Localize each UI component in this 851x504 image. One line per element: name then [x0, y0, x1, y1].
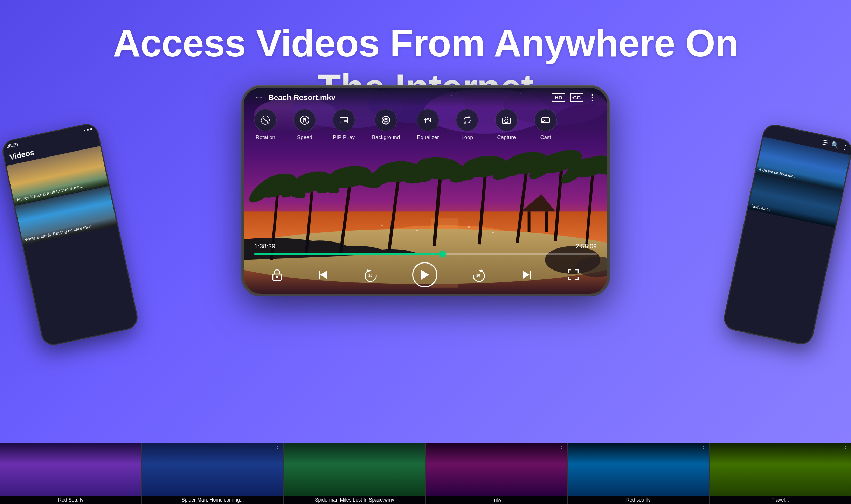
phone-center-top: ← Beach Resort.mkv HD CC ⋮ — [244, 88, 607, 107]
svg-rect-85 — [319, 271, 320, 279]
svg-point-81 — [541, 122, 543, 123]
film-item-3[interactable]: Spiderman Miles Lost In Space.wmv ⋮ — [284, 443, 426, 504]
more-menu-icon[interactable]: ⋮ — [588, 93, 597, 102]
film-thumb-3 — [284, 443, 425, 496]
film-thumb-2 — [142, 443, 283, 496]
film-label-5: Red sea.flv — [568, 496, 709, 504]
speed-control[interactable]: Speed — [293, 109, 316, 140]
more-icon: ⋮ — [841, 143, 849, 152]
capture-control[interactable]: Capture — [495, 109, 518, 140]
phone-center: ← Beach Resort.mkv HD CC ⋮ Rotation — [242, 86, 609, 296]
film-label-2: Spider-Man: Home coming... — [142, 496, 283, 504]
film-item-1[interactable]: Red Sea.flv ⋮ — [0, 443, 142, 504]
svg-point-56 — [492, 232, 494, 233]
pip-icon-circle — [333, 109, 355, 131]
rotation-label: Rotation — [256, 134, 275, 140]
film-more-1[interactable]: ⋮ — [133, 445, 139, 451]
current-time: 1:38:39 — [254, 243, 275, 250]
rotation-control[interactable]: Rotation — [254, 109, 277, 140]
background-icon-circle — [375, 109, 397, 131]
bottom-controls: 10 10 — [244, 262, 607, 287]
svg-marker-91 — [523, 271, 530, 279]
film-more-4[interactable]: ⋮ — [559, 445, 565, 451]
rotation-icon-circle — [254, 109, 277, 131]
time-row: 1:38:39 2:58:09 — [254, 243, 597, 250]
film-item-6[interactable]: Travel... ⋮ — [710, 443, 851, 504]
svg-rect-92 — [530, 271, 531, 279]
film-item-2[interactable]: Spider-Man: Home coming... ⋮ — [142, 443, 284, 504]
cast-icon-circle — [534, 109, 557, 131]
film-more-2[interactable]: ⋮ — [275, 445, 281, 451]
progress-thumb[interactable] — [440, 251, 446, 257]
film-more-5[interactable]: ⋮ — [701, 445, 706, 451]
film-thumb-5 — [568, 443, 709, 496]
svg-point-55 — [468, 226, 470, 228]
status-icons: ● ● ● — [83, 126, 93, 132]
svg-point-79 — [505, 119, 508, 122]
svg-rect-49 — [528, 211, 531, 232]
controls-row: Rotation Speed PIP PLay — [244, 109, 607, 140]
total-time: 2:58:09 — [576, 243, 597, 250]
film-label-1: Red Sea.flv — [0, 496, 141, 504]
progress-bar-bg[interactable] — [254, 253, 597, 255]
menu-icon: ☰ — [822, 139, 829, 147]
pip-label: PIP PLay — [333, 134, 355, 140]
cast-control[interactable]: Cast — [534, 109, 557, 140]
svg-text:10: 10 — [368, 274, 373, 278]
svg-marker-88 — [421, 270, 429, 280]
speed-label: Speed — [297, 134, 312, 140]
cast-label: Cast — [540, 134, 551, 140]
svg-text:10: 10 — [476, 274, 480, 278]
back-title: ← Beach Resort.mkv — [254, 92, 335, 103]
svg-point-67 — [304, 118, 306, 120]
prev-button[interactable] — [317, 268, 329, 281]
headline-line1: Access Videos From Anywhere On — [0, 21, 851, 65]
svg-point-53 — [381, 225, 383, 226]
replay10-button[interactable]: 10 — [364, 267, 378, 282]
search-icon: 🔍 — [830, 140, 839, 149]
svg-point-77 — [429, 120, 431, 122]
equalizer-icon-circle — [417, 109, 439, 131]
next-button[interactable] — [520, 268, 533, 281]
forward10-button[interactable]: 10 — [471, 267, 486, 282]
pip-control[interactable]: PIP PLay — [333, 109, 355, 140]
filmstrip: Red Sea.flv ⋮ Spider-Man: Home coming...… — [0, 443, 851, 504]
cc-badge[interactable]: CC — [570, 93, 583, 102]
lock-button[interactable] — [271, 268, 283, 281]
background-label: Background — [372, 134, 400, 140]
svg-point-83 — [276, 276, 278, 278]
capture-label: Capture — [497, 134, 516, 140]
back-arrow-icon[interactable]: ← — [254, 92, 263, 103]
film-thumb-6 — [710, 443, 851, 496]
loop-control[interactable]: Loop — [456, 109, 478, 140]
hd-badge[interactable]: HD — [552, 93, 566, 102]
svg-rect-69 — [344, 120, 347, 122]
film-label-3: Spiderman Miles Lost In Space.wmv — [284, 496, 425, 504]
speed-icon-circle — [293, 109, 316, 131]
film-more-6[interactable]: ⋮ — [843, 445, 848, 451]
progress-bar-fill — [254, 253, 443, 255]
play-button[interactable] — [412, 262, 437, 287]
equalizer-label: Equalizer — [417, 134, 439, 140]
svg-rect-50 — [545, 211, 548, 232]
fullscreen-button[interactable] — [567, 268, 580, 281]
equalizer-control[interactable]: Equalizer — [417, 109, 439, 140]
film-item-5[interactable]: Red sea.flv ⋮ — [568, 443, 710, 504]
film-more-3[interactable]: ⋮ — [417, 445, 423, 451]
progress-area: 1:38:39 2:58:09 — [254, 243, 597, 255]
svg-point-54 — [416, 230, 418, 231]
film-label-6: Travel... — [710, 496, 851, 504]
svg-line-65 — [263, 118, 268, 122]
loop-icon-circle — [456, 109, 478, 131]
loop-label: Loop — [461, 134, 473, 140]
film-label-4: .mkv — [426, 496, 567, 504]
svg-marker-84 — [320, 271, 327, 279]
film-item-4[interactable]: .mkv ⋮ — [426, 443, 568, 504]
capture-icon-circle — [495, 109, 518, 131]
film-thumb-1 — [0, 443, 141, 496]
svg-point-66 — [300, 116, 309, 124]
svg-point-71 — [385, 118, 387, 120]
background-control[interactable]: Background — [372, 109, 400, 140]
video-filename: Beach Resort.mkv — [268, 93, 335, 102]
status-time: 08:59 — [6, 142, 18, 149]
